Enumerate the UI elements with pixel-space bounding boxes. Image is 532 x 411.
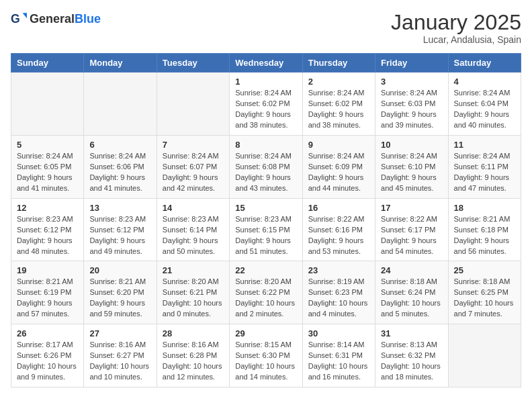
day-info: Sunrise: 8:24 AM Sunset: 6:04 PM Dayligh… <box>454 88 515 131</box>
logo-icon: G <box>11 11 27 27</box>
calendar-cell: 19Sunrise: 8:21 AM Sunset: 6:19 PM Dayli… <box>11 261 84 324</box>
day-number: 11 <box>454 140 515 150</box>
day-number: 9 <box>308 140 369 150</box>
day-info: Sunrise: 8:16 AM Sunset: 6:27 PM Dayligh… <box>89 340 150 383</box>
calendar-cell: 18Sunrise: 8:21 AM Sunset: 6:18 PM Dayli… <box>448 198 521 261</box>
calendar-cell: 15Sunrise: 8:23 AM Sunset: 6:15 PM Dayli… <box>230 198 302 261</box>
calendar-cell: 17Sunrise: 8:22 AM Sunset: 6:17 PM Dayli… <box>375 198 448 261</box>
day-info: Sunrise: 8:13 AM Sunset: 6:32 PM Dayligh… <box>381 340 442 383</box>
day-number: 6 <box>89 140 150 150</box>
day-number: 2 <box>308 77 369 87</box>
day-info: Sunrise: 8:22 AM Sunset: 6:17 PM Dayligh… <box>381 214 442 257</box>
day-number: 20 <box>89 265 150 275</box>
day-number: 29 <box>235 328 296 338</box>
calendar-week-row: 19Sunrise: 8:21 AM Sunset: 6:19 PM Dayli… <box>11 261 521 324</box>
day-info: Sunrise: 8:24 AM Sunset: 6:11 PM Dayligh… <box>454 151 515 194</box>
day-number: 16 <box>308 203 369 213</box>
calendar-week-row: 1Sunrise: 8:24 AM Sunset: 6:02 PM Daylig… <box>11 73 521 136</box>
day-info: Sunrise: 8:22 AM Sunset: 6:16 PM Dayligh… <box>308 214 369 257</box>
logo-general: General <box>30 12 75 26</box>
calendar-cell: 13Sunrise: 8:23 AM Sunset: 6:12 PM Dayli… <box>84 198 157 261</box>
day-number: 21 <box>163 265 224 275</box>
day-info: Sunrise: 8:24 AM Sunset: 6:09 PM Dayligh… <box>308 151 369 194</box>
day-number: 7 <box>163 140 224 150</box>
location: Lucar, Andalusia, Spain <box>391 34 521 45</box>
day-info: Sunrise: 8:23 AM Sunset: 6:14 PM Dayligh… <box>163 214 224 257</box>
day-number: 3 <box>381 77 442 87</box>
day-number: 12 <box>17 203 78 213</box>
calendar-table: SundayMondayTuesdayWednesdayThursdayFrid… <box>11 53 521 387</box>
calendar-cell: 14Sunrise: 8:23 AM Sunset: 6:14 PM Dayli… <box>157 198 229 261</box>
day-info: Sunrise: 8:24 AM Sunset: 6:10 PM Dayligh… <box>381 151 442 194</box>
calendar-cell: 24Sunrise: 8:18 AM Sunset: 6:24 PM Dayli… <box>375 261 448 324</box>
day-number: 30 <box>308 328 369 338</box>
month-title: January 2025 <box>391 11 521 34</box>
weekday-header: Thursday <box>302 54 375 73</box>
weekday-header: Saturday <box>448 54 521 73</box>
day-info: Sunrise: 8:23 AM Sunset: 6:12 PM Dayligh… <box>89 214 150 257</box>
calendar-cell: 28Sunrise: 8:16 AM Sunset: 6:28 PM Dayli… <box>157 324 229 387</box>
day-number: 8 <box>235 140 296 150</box>
calendar-cell: 6Sunrise: 8:24 AM Sunset: 6:06 PM Daylig… <box>84 135 157 198</box>
calendar-cell <box>448 324 521 387</box>
calendar-cell: 27Sunrise: 8:16 AM Sunset: 6:27 PM Dayli… <box>84 324 157 387</box>
day-info: Sunrise: 8:18 AM Sunset: 6:24 PM Dayligh… <box>381 277 442 320</box>
day-number: 19 <box>17 265 78 275</box>
calendar-week-row: 5Sunrise: 8:24 AM Sunset: 6:05 PM Daylig… <box>11 135 521 198</box>
calendar-cell: 23Sunrise: 8:19 AM Sunset: 6:23 PM Dayli… <box>302 261 375 324</box>
day-info: Sunrise: 8:24 AM Sunset: 6:03 PM Dayligh… <box>381 88 442 131</box>
svg-text:G: G <box>11 12 20 26</box>
day-number: 23 <box>308 265 369 275</box>
calendar-cell: 31Sunrise: 8:13 AM Sunset: 6:32 PM Dayli… <box>375 324 448 387</box>
calendar-cell: 22Sunrise: 8:20 AM Sunset: 6:22 PM Dayli… <box>230 261 302 324</box>
calendar-cell: 10Sunrise: 8:24 AM Sunset: 6:10 PM Dayli… <box>375 135 448 198</box>
calendar-cell: 4Sunrise: 8:24 AM Sunset: 6:04 PM Daylig… <box>448 73 521 136</box>
day-info: Sunrise: 8:18 AM Sunset: 6:25 PM Dayligh… <box>454 277 515 320</box>
calendar-cell: 29Sunrise: 8:15 AM Sunset: 6:30 PM Dayli… <box>230 324 302 387</box>
calendar-cell: 16Sunrise: 8:22 AM Sunset: 6:16 PM Dayli… <box>302 198 375 261</box>
calendar-cell: 20Sunrise: 8:21 AM Sunset: 6:20 PM Dayli… <box>84 261 157 324</box>
day-info: Sunrise: 8:24 AM Sunset: 6:02 PM Dayligh… <box>308 88 369 131</box>
day-number: 14 <box>163 203 224 213</box>
day-number: 22 <box>235 265 296 275</box>
day-number: 31 <box>381 328 442 338</box>
page-header: G GeneralBlue January 2025 Lucar, Andalu… <box>11 11 521 45</box>
logo: G GeneralBlue <box>11 11 101 27</box>
day-info: Sunrise: 8:17 AM Sunset: 6:26 PM Dayligh… <box>17 340 78 383</box>
day-number: 10 <box>381 140 442 150</box>
calendar-cell: 5Sunrise: 8:24 AM Sunset: 6:05 PM Daylig… <box>11 135 84 198</box>
day-info: Sunrise: 8:20 AM Sunset: 6:21 PM Dayligh… <box>163 277 224 320</box>
day-info: Sunrise: 8:24 AM Sunset: 6:08 PM Dayligh… <box>235 151 296 194</box>
day-info: Sunrise: 8:21 AM Sunset: 6:19 PM Dayligh… <box>17 277 78 320</box>
calendar-cell: 11Sunrise: 8:24 AM Sunset: 6:11 PM Dayli… <box>448 135 521 198</box>
weekday-header: Wednesday <box>230 54 302 73</box>
day-info: Sunrise: 8:20 AM Sunset: 6:22 PM Dayligh… <box>235 277 296 320</box>
calendar-cell: 12Sunrise: 8:23 AM Sunset: 6:12 PM Dayli… <box>11 198 84 261</box>
day-info: Sunrise: 8:21 AM Sunset: 6:18 PM Dayligh… <box>454 214 515 257</box>
weekday-header: Tuesday <box>157 54 229 73</box>
day-info: Sunrise: 8:24 AM Sunset: 6:06 PM Dayligh… <box>89 151 150 194</box>
weekday-header: Sunday <box>11 54 84 73</box>
day-info: Sunrise: 8:23 AM Sunset: 6:12 PM Dayligh… <box>17 214 78 257</box>
day-info: Sunrise: 8:24 AM Sunset: 6:02 PM Dayligh… <box>235 88 296 131</box>
day-number: 18 <box>454 203 515 213</box>
calendar-cell <box>11 73 84 136</box>
day-number: 17 <box>381 203 442 213</box>
calendar-week-row: 12Sunrise: 8:23 AM Sunset: 6:12 PM Dayli… <box>11 198 521 261</box>
calendar-cell: 2Sunrise: 8:24 AM Sunset: 6:02 PM Daylig… <box>302 73 375 136</box>
day-number: 26 <box>17 328 78 338</box>
day-number: 15 <box>235 203 296 213</box>
calendar-cell <box>84 73 157 136</box>
day-info: Sunrise: 8:19 AM Sunset: 6:23 PM Dayligh… <box>308 277 369 320</box>
day-number: 28 <box>163 328 224 338</box>
weekday-header: Friday <box>375 54 448 73</box>
calendar-cell: 26Sunrise: 8:17 AM Sunset: 6:26 PM Dayli… <box>11 324 84 387</box>
calendar-cell <box>157 73 229 136</box>
calendar-cell: 3Sunrise: 8:24 AM Sunset: 6:03 PM Daylig… <box>375 73 448 136</box>
calendar-cell: 8Sunrise: 8:24 AM Sunset: 6:08 PM Daylig… <box>230 135 302 198</box>
day-info: Sunrise: 8:24 AM Sunset: 6:05 PM Dayligh… <box>17 151 78 194</box>
day-number: 4 <box>454 77 515 87</box>
calendar-week-row: 26Sunrise: 8:17 AM Sunset: 6:26 PM Dayli… <box>11 324 521 387</box>
calendar-cell: 25Sunrise: 8:18 AM Sunset: 6:25 PM Dayli… <box>448 261 521 324</box>
title-block: January 2025 Lucar, Andalusia, Spain <box>391 11 521 45</box>
